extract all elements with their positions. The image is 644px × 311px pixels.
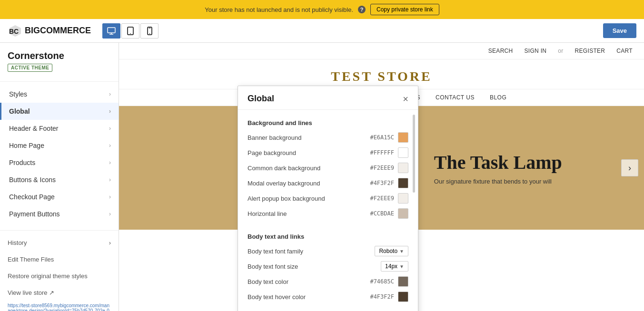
banner-background-swatch[interactable]	[398, 132, 408, 143]
body-font-family-value: Roboto	[379, 248, 397, 254]
store-nav: SEARCH SIGN IN or REGISTER CART	[119, 43, 644, 59]
scroll-indicator	[413, 115, 415, 310]
save-button[interactable]: Save	[603, 23, 636, 38]
tablet-icon	[127, 27, 134, 35]
alert-popup-label: Alert popup box background	[248, 195, 370, 202]
body-font-size-row: Body text font size 14px ▼	[248, 261, 408, 272]
copy-link-button[interactable]: Copy private store link	[370, 4, 439, 15]
body-text-color-row: Body text color #74685C	[248, 276, 408, 287]
body-font-size-value: 14px	[385, 263, 397, 270]
body-text-hover-color-hex: #4F3F2F	[370, 293, 394, 300]
sidebar-link-history[interactable]: History ›	[0, 234, 119, 251]
page-background-control: #FFFFFF	[370, 147, 408, 158]
body-text-color-hex: #74685C	[370, 278, 394, 285]
common-dark-background-hex: #F2EEE9	[370, 165, 394, 171]
modal-overlay-swatch[interactable]	[398, 178, 408, 188]
sidebar-link-history-label: History	[8, 239, 27, 246]
mobile-view-button[interactable]	[140, 23, 159, 39]
horizontal-line-hex: #CCBDAE	[370, 210, 394, 217]
store-nav-signin[interactable]: SIGN IN	[525, 48, 547, 54]
svg-point-6	[130, 33, 131, 34]
store-nav-cart[interactable]: CART	[616, 48, 633, 54]
body-text-hover-color-swatch[interactable]	[398, 292, 408, 302]
body-font-family-label: Body text font family	[248, 248, 375, 255]
chevron-right-icon: ›	[109, 239, 111, 246]
sidebar-item-home-page[interactable]: Home Page ›	[0, 137, 119, 154]
dropdown-arrow-icon: ▼	[399, 249, 404, 254]
body-text-hover-color-row: Body text hover color #4F3F2F	[248, 292, 408, 302]
body-text-color-control: #74685C	[370, 276, 408, 287]
page-background-label: Page background	[248, 149, 370, 156]
sidebar-item-global[interactable]: Global ›	[0, 103, 119, 120]
sidebar-link-restore-label: Restore original theme styles	[8, 272, 88, 280]
page-background-swatch[interactable]	[398, 147, 408, 158]
logo: BC BIGCOMMERCE	[8, 23, 91, 39]
banner-background-hex: #E6A15C	[370, 134, 394, 141]
body-text-hover-color-label: Body text hover color	[248, 293, 370, 301]
chevron-right-icon: ›	[109, 159, 111, 166]
svg-rect-2	[108, 28, 115, 33]
store-title: TEST STORE	[119, 69, 644, 84]
chevron-right-icon: ›	[109, 142, 111, 149]
body-font-family-select[interactable]: Roboto ▼	[375, 246, 408, 256]
sidebar-link-view-store[interactable]: View live store ↗	[0, 284, 119, 301]
dropdown-arrow-icon: ▼	[399, 264, 404, 269]
sidebar-item-payment-buttons[interactable]: Payment Buttons ›	[0, 205, 119, 223]
url-bar: https://test-store8569.mybigcommerce.com…	[0, 301, 119, 311]
store-nav-register[interactable]: REGISTER	[575, 48, 605, 54]
store-menu-contact[interactable]: CONTACT US	[436, 94, 475, 101]
global-panel: Global × Background and lines Banner bac…	[238, 86, 418, 311]
store-nav-search[interactable]: SEARCH	[488, 48, 513, 54]
section-gap	[248, 224, 408, 231]
panel-close-button[interactable]: ×	[403, 94, 408, 104]
chevron-right-icon: ›	[109, 194, 111, 200]
modal-overlay-hex: #4F3F2F	[370, 180, 394, 186]
chevron-right-icon: ›	[109, 211, 111, 217]
hero-next-button[interactable]: ›	[621, 159, 638, 176]
sidebar-item-global-label: Global	[9, 107, 30, 115]
desktop-view-button[interactable]	[102, 23, 120, 39]
modal-overlay-control: #4F3F2F	[370, 178, 408, 188]
sidebar-link-view-store-label: View live store ↗	[8, 289, 54, 296]
tablet-view-button[interactable]	[121, 23, 139, 39]
scroll-thumb[interactable]	[413, 115, 415, 193]
sidebar-link-edit-theme[interactable]: Edit Theme Files	[0, 251, 119, 268]
panel-title: Global	[248, 94, 274, 104]
alert-popup-swatch[interactable]	[398, 193, 408, 204]
sidebar-item-products[interactable]: Products ›	[0, 154, 119, 171]
common-dark-background-control: #F2EEE9	[370, 163, 408, 173]
notification-text: Your store has not launched and is not p…	[205, 6, 353, 13]
alert-popup-control: #F2EEE9	[370, 193, 408, 204]
store-hero-text: The Task Lamp Our signature fixture that…	[434, 151, 562, 185]
chevron-right-icon: ›	[109, 176, 111, 183]
sidebar-item-buttons-icons-label: Buttons & Icons	[9, 176, 56, 184]
sidebar-item-styles[interactable]: Styles ›	[0, 86, 119, 103]
logo-icon: BC	[8, 23, 23, 39]
sidebar-title: Cornerstone	[0, 50, 119, 63]
sidebar-divider-2	[0, 230, 119, 231]
banner-background-control: #E6A15C	[370, 132, 408, 143]
body-font-size-select[interactable]: 14px ▼	[381, 261, 408, 272]
help-icon[interactable]: ?	[358, 6, 366, 13]
sidebar-item-checkout[interactable]: Checkout Page ›	[0, 188, 119, 205]
sidebar-link-restore[interactable]: Restore original theme styles	[0, 268, 119, 284]
sidebar-item-buttons-icons[interactable]: Buttons & Icons ›	[0, 171, 119, 188]
horizontal-line-swatch[interactable]	[398, 208, 408, 219]
chevron-right-icon: ›	[109, 91, 111, 97]
sidebar-item-header-footer[interactable]: Header & Footer ›	[0, 120, 119, 137]
body-font-size-label: Body text font size	[248, 263, 381, 270]
sidebar-item-payment-buttons-label: Payment Buttons	[9, 210, 60, 218]
store-menu-blog[interactable]: BLOG	[490, 94, 506, 101]
modal-overlay-label: Modal overlay background	[248, 180, 370, 187]
header: BC BIGCOMMERCE Save	[0, 19, 644, 43]
sidebar: Cornerstone ACTIVE THEME Styles › Global…	[0, 43, 119, 311]
chevron-right-icon: ›	[109, 108, 111, 115]
body-text-color-swatch[interactable]	[398, 276, 408, 287]
common-dark-background-label: Common dark background	[248, 165, 370, 172]
active-theme-badge: ACTIVE THEME	[8, 64, 52, 72]
mobile-icon	[147, 27, 152, 35]
common-dark-background-swatch[interactable]	[398, 163, 408, 173]
chevron-right-icon: ›	[109, 125, 111, 132]
main-layout: Cornerstone ACTIVE THEME Styles › Global…	[0, 43, 644, 311]
sidebar-divider	[0, 81, 119, 82]
